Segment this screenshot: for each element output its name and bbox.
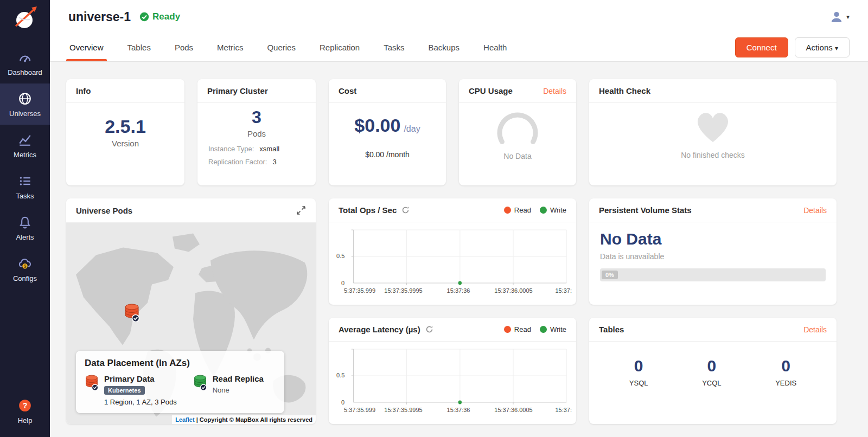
card-title: Cost: [339, 86, 356, 95]
tab-bar: Overview Tables Pods Metrics Queries Rep…: [50, 34, 868, 62]
volume-message: Data is unavailable: [600, 252, 826, 261]
app-logo[interactable]: [11, 5, 39, 35]
y-tick-label: 0: [341, 280, 344, 286]
x-tick-label: 15:37:36: [447, 407, 470, 413]
legend-read-label: Read: [514, 325, 531, 333]
tab-label: Tasks: [384, 43, 404, 52]
yedis-count: 0: [775, 357, 796, 375]
tab-overview[interactable]: Overview: [68, 34, 105, 61]
svg-text:$: $: [23, 264, 26, 269]
page-title: universe-1: [68, 10, 131, 24]
health-check-card: Health Check No finished checks: [589, 79, 837, 185]
help-icon: ?: [18, 399, 32, 413]
sidebar-item-label: Alerts: [16, 233, 34, 241]
tables-details-link[interactable]: Details: [803, 325, 827, 334]
x-tick-label: 15:37:36.0005: [494, 407, 532, 413]
chevron-down-icon: ▾: [846, 13, 850, 21]
x-tick-label: 15:37:35.9995: [384, 407, 422, 413]
cpu-no-data-text: No Data: [459, 152, 576, 160]
globe-icon: [18, 92, 32, 106]
read-replica-label: Read Replica: [213, 374, 264, 383]
health-message: No finished checks: [589, 151, 837, 159]
tab-label: Tables: [127, 43, 151, 52]
tables-card: Tables Details 0 YSQL 0 YCQL 0 YEDIS: [589, 318, 837, 424]
x-tick-label: 15:37:36: [447, 287, 470, 294]
user-menu[interactable]: ▾: [829, 10, 850, 24]
volume-details-link[interactable]: Details: [803, 206, 827, 215]
svg-text:?: ?: [23, 401, 28, 410]
tabs: Overview Tables Pods Metrics Queries Rep…: [68, 34, 508, 61]
chart-legend: Read Write: [504, 325, 566, 333]
sidebar-item-universes[interactable]: Universes: [0, 83, 50, 125]
tab-label: Backups: [429, 43, 460, 52]
sidebar: Dashboard Universes Metrics Tasks Alerts: [0, 0, 50, 437]
tab-queries[interactable]: Queries: [266, 34, 297, 61]
sidebar-item-label: Universes: [9, 110, 41, 118]
refresh-icon[interactable]: [425, 325, 433, 333]
tab-pods[interactable]: Pods: [174, 34, 194, 61]
chart-legend: Read Write: [504, 206, 566, 214]
sidebar-item-label: Configs: [13, 274, 37, 282]
leaflet-link[interactable]: Leaflet: [175, 416, 194, 423]
average-latency-card: Average Latency (µs) Read Write 0.5 0: [329, 318, 576, 424]
dashboard-content: Info 2.5.1 Version Primary Cluster 3 Pod…: [50, 62, 868, 437]
pods-map-marker[interactable]: [124, 303, 140, 323]
y-tick-label: 0.5: [336, 372, 344, 378]
write-dot-icon: [540, 326, 547, 333]
cpu-details-link[interactable]: Details: [543, 87, 566, 95]
configs-icon: $: [18, 256, 32, 271]
expand-icon[interactable]: [296, 205, 306, 215]
sidebar-item-label: Help: [18, 416, 33, 425]
sidebar-item-tasks[interactable]: Tasks: [0, 166, 50, 207]
instance-type-label: Instance Type:: [208, 145, 254, 153]
write-dot-icon: [540, 207, 547, 214]
write-data-point: [458, 281, 462, 285]
ycql-label: YCQL: [702, 379, 721, 387]
sidebar-item-metrics[interactable]: Metrics: [0, 125, 50, 166]
tab-metrics[interactable]: Metrics: [216, 34, 244, 61]
refresh-icon[interactable]: [401, 206, 410, 214]
card-title: Universe Pods: [76, 206, 132, 215]
card-title: Average Latency (µs): [339, 325, 420, 334]
connect-button[interactable]: Connect: [735, 37, 788, 57]
write-data-point: [458, 401, 462, 404]
tab-health[interactable]: Health: [482, 34, 508, 61]
tab-tasks[interactable]: Tasks: [382, 34, 405, 61]
dashboard-icon: [18, 50, 32, 65]
volume-percent-badge: 0%: [602, 271, 618, 279]
read-dot-icon: [504, 326, 511, 333]
primary-data-block: Primary Data Kubernetes 1 Region, 1 AZ, …: [85, 374, 177, 406]
tab-label: Metrics: [217, 43, 243, 52]
sidebar-item-help[interactable]: ? Help: [0, 390, 50, 432]
main-area: universe-1 Ready ▾ Overview Tables Pods …: [50, 0, 868, 437]
yedis-label: YEDIS: [775, 379, 796, 387]
tab-replication[interactable]: Replication: [318, 34, 361, 61]
primary-data-detail: 1 Region, 1 AZ, 3 Pods: [104, 398, 177, 406]
sidebar-item-configs[interactable]: $ Configs: [0, 248, 50, 290]
sidebar-item-dashboard[interactable]: Dashboard: [0, 42, 50, 83]
metrics-icon: [18, 133, 32, 147]
cost-per-day-unit: /day: [404, 124, 420, 134]
world-map[interactable]: Data Placement (In AZs): [66, 223, 316, 424]
check-circle-icon: [139, 12, 149, 22]
legend-read-label: Read: [514, 206, 531, 214]
actions-button[interactable]: Actions ▾: [795, 37, 850, 57]
sidebar-item-alerts[interactable]: Alerts: [0, 207, 50, 248]
replication-factor-label: Replication Factor:: [208, 158, 267, 166]
primary-cluster-card: Primary Cluster 3 Pods Instance Type: xs…: [197, 79, 316, 185]
card-title: Persistent Volume Stats: [599, 205, 692, 215]
cost-card: Cost $0.00 /day $0.00 /month: [329, 79, 446, 185]
x-tick-label: 15:37:36.0005: [494, 287, 532, 294]
total-ops-card: Total Ops / Sec Read Write 0.5 0: [329, 198, 576, 305]
x-tick-label: 15:37:: [555, 407, 572, 413]
tab-tables[interactable]: Tables: [126, 34, 152, 61]
persistent-volume-card: Persistent Volume Stats Details No Data …: [589, 198, 837, 305]
chevron-down-icon: ▾: [835, 44, 838, 52]
version-label: Version: [66, 139, 184, 148]
status-badge: Ready: [139, 11, 180, 22]
tab-actions: Connect Actions ▾: [735, 34, 850, 61]
heart-icon: [693, 108, 733, 144]
tab-backups[interactable]: Backups: [427, 34, 461, 61]
volume-no-data: No Data: [600, 230, 826, 248]
ycql-count: 0: [702, 357, 721, 375]
